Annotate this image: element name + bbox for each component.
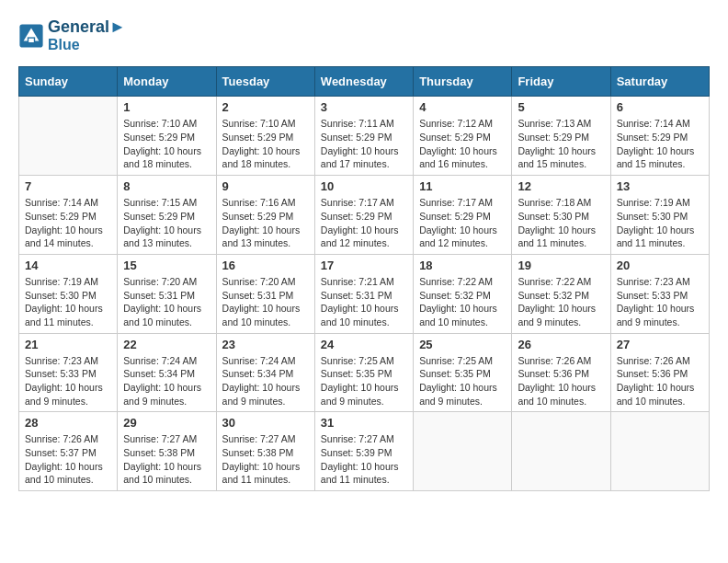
day-info: Sunrise: 7:13 AM Sunset: 5:29 PM Dayligh… xyxy=(518,117,604,171)
day-number: 1 xyxy=(123,100,210,114)
calendar-cell: 14Sunrise: 7:19 AM Sunset: 5:30 PM Dayli… xyxy=(19,254,118,333)
day-number: 21 xyxy=(25,338,111,351)
day-number: 15 xyxy=(123,259,210,272)
day-number: 4 xyxy=(419,100,506,114)
day-info: Sunrise: 7:18 AM Sunset: 5:30 PM Dayligh… xyxy=(518,196,604,250)
top-bar: General► Blue xyxy=(18,18,710,57)
day-info: Sunrise: 7:22 AM Sunset: 5:32 PM Dayligh… xyxy=(518,275,604,329)
calendar-header-tuesday: Tuesday xyxy=(216,67,314,97)
day-number: 2 xyxy=(222,100,309,114)
day-number: 30 xyxy=(222,416,309,430)
day-number: 27 xyxy=(617,338,703,351)
day-number: 23 xyxy=(222,338,309,351)
day-info: Sunrise: 7:25 AM Sunset: 5:35 PM Dayligh… xyxy=(321,354,407,408)
calendar-cell: 11Sunrise: 7:17 AM Sunset: 5:29 PM Dayli… xyxy=(414,176,512,255)
day-info: Sunrise: 7:27 AM Sunset: 5:39 PM Dayligh… xyxy=(321,432,407,487)
calendar-cell: 27Sunrise: 7:26 AM Sunset: 5:36 PM Dayli… xyxy=(610,333,709,412)
calendar-cell: 30Sunrise: 7:27 AM Sunset: 5:38 PM Dayli… xyxy=(216,412,314,491)
calendar-cell xyxy=(19,97,118,176)
day-number: 19 xyxy=(518,259,604,272)
day-number: 14 xyxy=(25,259,111,272)
day-number: 20 xyxy=(617,259,703,272)
svg-rect-3 xyxy=(28,38,34,41)
day-number: 12 xyxy=(518,179,604,193)
logo-icon xyxy=(18,23,44,49)
calendar-cell: 3Sunrise: 7:11 AM Sunset: 5:29 PM Daylig… xyxy=(314,97,413,176)
day-info: Sunrise: 7:20 AM Sunset: 5:31 PM Dayligh… xyxy=(222,275,309,329)
day-number: 31 xyxy=(321,416,407,430)
day-number: 24 xyxy=(321,338,407,351)
calendar-header-row: SundayMondayTuesdayWednesdayThursdayFrid… xyxy=(19,67,710,97)
calendar-cell: 10Sunrise: 7:17 AM Sunset: 5:29 PM Dayli… xyxy=(314,176,413,255)
calendar-cell: 16Sunrise: 7:20 AM Sunset: 5:31 PM Dayli… xyxy=(216,254,314,333)
calendar-cell: 24Sunrise: 7:25 AM Sunset: 5:35 PM Dayli… xyxy=(314,333,413,412)
calendar: SundayMondayTuesdayWednesdayThursdayFrid… xyxy=(18,66,710,491)
calendar-cell: 26Sunrise: 7:26 AM Sunset: 5:36 PM Dayli… xyxy=(512,333,610,412)
calendar-cell: 28Sunrise: 7:26 AM Sunset: 5:37 PM Dayli… xyxy=(19,412,118,491)
calendar-cell: 8Sunrise: 7:15 AM Sunset: 5:29 PM Daylig… xyxy=(118,176,216,255)
day-info: Sunrise: 7:27 AM Sunset: 5:38 PM Dayligh… xyxy=(123,432,210,487)
day-info: Sunrise: 7:27 AM Sunset: 5:38 PM Dayligh… xyxy=(222,432,309,487)
calendar-week-0: 1Sunrise: 7:10 AM Sunset: 5:29 PM Daylig… xyxy=(19,97,710,176)
day-info: Sunrise: 7:14 AM Sunset: 5:29 PM Dayligh… xyxy=(617,117,703,171)
logo-text: General► Blue xyxy=(48,18,126,52)
day-info: Sunrise: 7:26 AM Sunset: 5:37 PM Dayligh… xyxy=(25,432,111,487)
day-info: Sunrise: 7:12 AM Sunset: 5:29 PM Dayligh… xyxy=(419,117,506,171)
calendar-cell: 17Sunrise: 7:21 AM Sunset: 5:31 PM Dayli… xyxy=(314,254,413,333)
day-info: Sunrise: 7:24 AM Sunset: 5:34 PM Dayligh… xyxy=(123,354,210,408)
day-info: Sunrise: 7:19 AM Sunset: 5:30 PM Dayligh… xyxy=(25,275,111,329)
calendar-cell: 9Sunrise: 7:16 AM Sunset: 5:29 PM Daylig… xyxy=(216,176,314,255)
calendar-cell: 4Sunrise: 7:12 AM Sunset: 5:29 PM Daylig… xyxy=(414,97,512,176)
calendar-cell: 12Sunrise: 7:18 AM Sunset: 5:30 PM Dayli… xyxy=(512,176,610,255)
day-info: Sunrise: 7:24 AM Sunset: 5:34 PM Dayligh… xyxy=(222,354,309,408)
day-number: 29 xyxy=(123,416,210,430)
day-number: 11 xyxy=(419,179,506,193)
calendar-week-4: 28Sunrise: 7:26 AM Sunset: 5:37 PM Dayli… xyxy=(19,412,710,491)
day-number: 5 xyxy=(518,100,604,114)
day-info: Sunrise: 7:23 AM Sunset: 5:33 PM Dayligh… xyxy=(617,275,703,329)
day-info: Sunrise: 7:23 AM Sunset: 5:33 PM Dayligh… xyxy=(25,354,111,408)
calendar-cell xyxy=(610,412,709,491)
calendar-cell: 21Sunrise: 7:23 AM Sunset: 5:33 PM Dayli… xyxy=(19,333,118,412)
calendar-header-sunday: Sunday xyxy=(19,67,118,97)
calendar-header-thursday: Thursday xyxy=(414,67,512,97)
day-info: Sunrise: 7:22 AM Sunset: 5:32 PM Dayligh… xyxy=(419,275,506,329)
day-number: 28 xyxy=(25,416,111,430)
logo-line2: Blue xyxy=(48,37,126,53)
calendar-cell: 23Sunrise: 7:24 AM Sunset: 5:34 PM Dayli… xyxy=(216,333,314,412)
logo-line1: General► xyxy=(48,18,126,37)
day-info: Sunrise: 7:26 AM Sunset: 5:36 PM Dayligh… xyxy=(617,354,703,408)
day-info: Sunrise: 7:15 AM Sunset: 5:29 PM Dayligh… xyxy=(123,196,210,250)
calendar-cell: 19Sunrise: 7:22 AM Sunset: 5:32 PM Dayli… xyxy=(512,254,610,333)
calendar-cell xyxy=(414,412,512,491)
calendar-header-saturday: Saturday xyxy=(610,67,709,97)
calendar-cell: 13Sunrise: 7:19 AM Sunset: 5:30 PM Dayli… xyxy=(610,176,709,255)
calendar-cell: 22Sunrise: 7:24 AM Sunset: 5:34 PM Dayli… xyxy=(118,333,216,412)
day-number: 25 xyxy=(419,338,506,351)
calendar-header-friday: Friday xyxy=(512,67,610,97)
day-info: Sunrise: 7:14 AM Sunset: 5:29 PM Dayligh… xyxy=(25,196,111,250)
day-number: 10 xyxy=(321,179,407,193)
calendar-cell: 31Sunrise: 7:27 AM Sunset: 5:39 PM Dayli… xyxy=(314,412,413,491)
day-number: 26 xyxy=(518,338,604,351)
calendar-header-monday: Monday xyxy=(118,67,216,97)
day-number: 13 xyxy=(617,179,703,193)
day-info: Sunrise: 7:25 AM Sunset: 5:35 PM Dayligh… xyxy=(419,354,506,408)
calendar-week-2: 14Sunrise: 7:19 AM Sunset: 5:30 PM Dayli… xyxy=(19,254,710,333)
calendar-cell: 25Sunrise: 7:25 AM Sunset: 5:35 PM Dayli… xyxy=(414,333,512,412)
day-info: Sunrise: 7:11 AM Sunset: 5:29 PM Dayligh… xyxy=(321,117,407,171)
logo: General► Blue xyxy=(18,18,126,52)
day-info: Sunrise: 7:17 AM Sunset: 5:29 PM Dayligh… xyxy=(419,196,506,250)
calendar-cell: 6Sunrise: 7:14 AM Sunset: 5:29 PM Daylig… xyxy=(610,97,709,176)
calendar-cell: 20Sunrise: 7:23 AM Sunset: 5:33 PM Dayli… xyxy=(610,254,709,333)
calendar-cell: 7Sunrise: 7:14 AM Sunset: 5:29 PM Daylig… xyxy=(19,176,118,255)
day-info: Sunrise: 7:10 AM Sunset: 5:29 PM Dayligh… xyxy=(123,117,210,171)
calendar-cell: 29Sunrise: 7:27 AM Sunset: 5:38 PM Dayli… xyxy=(118,412,216,491)
day-number: 7 xyxy=(25,179,111,193)
day-number: 17 xyxy=(321,259,407,272)
calendar-cell: 2Sunrise: 7:10 AM Sunset: 5:29 PM Daylig… xyxy=(216,97,314,176)
day-number: 18 xyxy=(419,259,506,272)
day-number: 22 xyxy=(123,338,210,351)
day-info: Sunrise: 7:20 AM Sunset: 5:31 PM Dayligh… xyxy=(123,275,210,329)
calendar-cell: 5Sunrise: 7:13 AM Sunset: 5:29 PM Daylig… xyxy=(512,97,610,176)
